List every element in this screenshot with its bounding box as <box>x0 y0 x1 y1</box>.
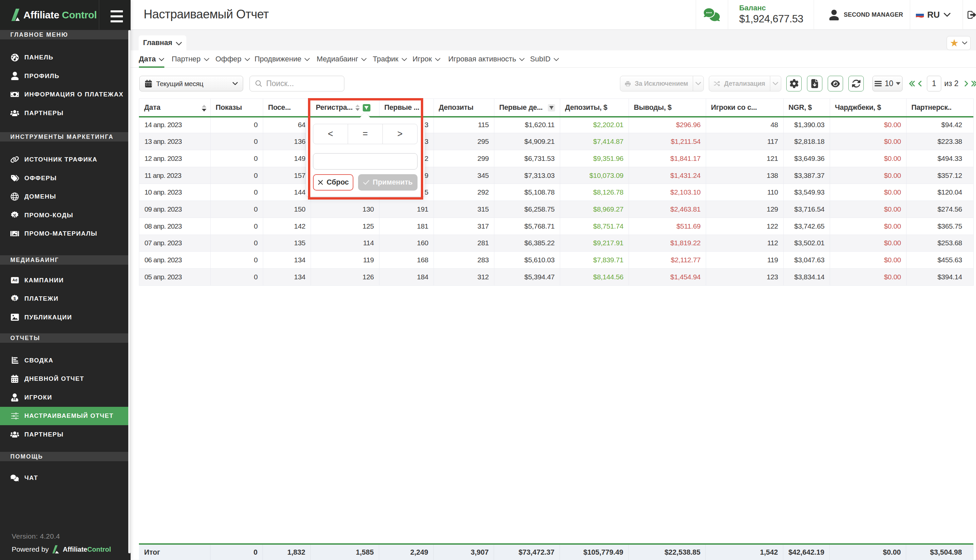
svg-text:Ad: Ad <box>12 278 17 282</box>
svg-text:$: $ <box>13 297 16 302</box>
